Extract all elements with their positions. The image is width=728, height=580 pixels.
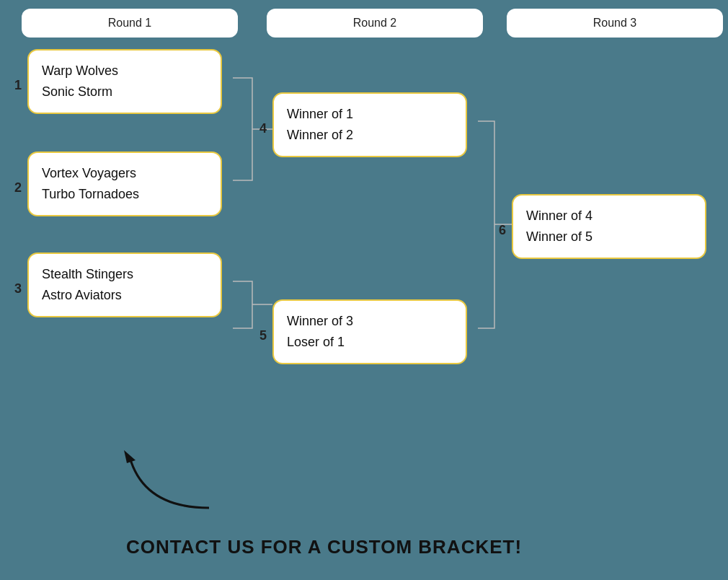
round2-label: Round 2 bbox=[353, 17, 397, 30]
match-num-3: 3 bbox=[14, 281, 22, 296]
team1-match6: Winner of 4 bbox=[526, 206, 692, 227]
match-num-6: 6 bbox=[499, 223, 506, 238]
match-num-2: 2 bbox=[14, 180, 22, 195]
team1-match4: Winner of 1 bbox=[287, 104, 453, 125]
team2-match5: Loser of 1 bbox=[287, 332, 453, 353]
team2-match1: Sonic Storm bbox=[42, 82, 208, 102]
match-box-4: Winner of 1 Winner of 2 bbox=[272, 92, 467, 157]
team2-match3: Astro Aviators bbox=[42, 285, 208, 306]
match-box-2: Vortex Voyagers Turbo Tornadoes bbox=[27, 151, 222, 216]
match-box-1: Warp Wolves Sonic Storm bbox=[27, 49, 222, 114]
team1-match1: Warp Wolves bbox=[42, 61, 208, 82]
cta-text: Contact us for a custom bracket! bbox=[126, 536, 522, 558]
round2-header: Round 2 bbox=[267, 9, 483, 38]
team2-match2: Turbo Tornadoes bbox=[42, 184, 208, 205]
svg-marker-3 bbox=[124, 450, 136, 463]
round1-label: Round 1 bbox=[108, 17, 152, 30]
team1-match5: Winner of 3 bbox=[287, 311, 453, 332]
round3-header: Round 3 bbox=[507, 9, 723, 38]
round3-label: Round 3 bbox=[593, 17, 637, 30]
team2-match6: Winner of 5 bbox=[526, 227, 692, 247]
team2-match4: Winner of 2 bbox=[287, 125, 453, 146]
cta-arrow bbox=[86, 443, 231, 515]
match-num-5: 5 bbox=[259, 328, 267, 343]
match-box-5: Winner of 3 Loser of 1 bbox=[272, 299, 467, 364]
bracket-container: Round 1 Round 2 Round 3 1 Warp Wolves So… bbox=[0, 0, 728, 580]
match-box-3: Stealth Stingers Astro Aviators bbox=[27, 252, 222, 317]
match-num-1: 1 bbox=[14, 78, 22, 93]
team1-match2: Vortex Voyagers bbox=[42, 163, 208, 184]
match-num-4: 4 bbox=[259, 121, 267, 136]
team1-match3: Stealth Stingers bbox=[42, 264, 208, 285]
match-box-6: Winner of 4 Winner of 5 bbox=[512, 194, 706, 259]
round1-header: Round 1 bbox=[22, 9, 238, 38]
